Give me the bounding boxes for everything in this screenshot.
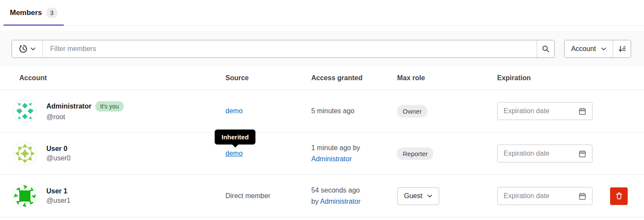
source-link[interactable]: demo bbox=[225, 150, 243, 157]
table-header: Account Source Access granted Max role E… bbox=[0, 66, 644, 90]
expiration-cell bbox=[497, 102, 613, 120]
access-granted-text: 5 minutes ago bbox=[311, 107, 355, 115]
tab-bar: Members 3 bbox=[0, 0, 644, 26]
calendar-icon bbox=[578, 150, 586, 158]
member-name-text: User 0 bbox=[46, 145, 67, 153]
actions-cell bbox=[613, 187, 644, 205]
tooltip-inherited: Inherited bbox=[215, 130, 255, 145]
access-granted-cell: 1 minute ago by Administrator bbox=[311, 142, 397, 165]
account-cell: User 1 @user1 bbox=[13, 184, 225, 208]
avatar[interactable] bbox=[13, 99, 37, 123]
chevron-down-icon bbox=[30, 47, 36, 51]
header-expiration: Expiration bbox=[497, 74, 644, 82]
member-username: @user1 bbox=[46, 197, 70, 205]
member-name[interactable]: Administrator It's you bbox=[46, 101, 124, 112]
member-info: User 1 @user1 bbox=[46, 187, 70, 205]
access-granted-by-link[interactable]: Administrator bbox=[311, 155, 352, 163]
source-cell: demo bbox=[225, 107, 311, 115]
member-name-text: Administrator bbox=[46, 102, 91, 110]
member-username: @root bbox=[46, 113, 124, 121]
header-account: Account bbox=[19, 74, 225, 82]
table-row: Inherited User 0 bbox=[0, 133, 644, 175]
expiration-date-input[interactable] bbox=[504, 107, 575, 115]
tab-members-label: Members bbox=[10, 9, 42, 17]
search-button[interactable] bbox=[537, 40, 554, 57]
expiration-cell bbox=[497, 145, 613, 163]
max-role-badge: Owner bbox=[397, 105, 427, 118]
table-row: User 1 @user1 Direct member 54 seconds a… bbox=[0, 175, 644, 217]
its-you-badge: It's you bbox=[95, 101, 124, 112]
search-icon bbox=[542, 45, 550, 53]
chevron-down-icon bbox=[601, 47, 606, 51]
history-icon bbox=[19, 45, 27, 53]
source-link[interactable]: demo bbox=[225, 107, 243, 115]
expiration-date-field[interactable] bbox=[497, 187, 592, 205]
source-cell: Direct member bbox=[225, 192, 311, 200]
sort-descending-icon bbox=[618, 45, 626, 53]
filter-search-group bbox=[12, 40, 555, 58]
member-username: @user0 bbox=[46, 154, 70, 162]
access-granted-by-prefix: by bbox=[311, 198, 319, 205]
avatar[interactable] bbox=[13, 184, 37, 208]
members-count-badge: 3 bbox=[46, 8, 58, 18]
access-granted-cell: 5 minutes ago bbox=[311, 105, 397, 117]
source-cell: demo bbox=[225, 150, 311, 157]
expiration-date-input[interactable] bbox=[504, 192, 575, 200]
access-granted-text: 1 minute ago by bbox=[311, 144, 360, 151]
max-role-dropdown[interactable]: Guest bbox=[397, 187, 439, 205]
max-role-cell: Owner bbox=[397, 105, 497, 118]
sort-direction-button[interactable] bbox=[613, 40, 631, 57]
header-source: Source bbox=[225, 74, 311, 82]
table-row: Administrator It's you @root demo 5 minu… bbox=[0, 90, 644, 133]
tooltip-text: Inherited bbox=[222, 133, 249, 141]
header-max-role: Max role bbox=[397, 74, 497, 82]
sort-group: Account bbox=[564, 40, 631, 58]
calendar-icon bbox=[578, 107, 586, 115]
chevron-down-icon bbox=[427, 194, 432, 198]
member-name-text: User 1 bbox=[46, 187, 67, 195]
member-name[interactable]: User 1 bbox=[46, 187, 70, 195]
member-info: User 0 @user0 bbox=[46, 145, 70, 162]
max-role-dropdown-label: Guest bbox=[404, 192, 422, 200]
max-role-badge: Reporter bbox=[397, 148, 433, 160]
max-role-cell: Guest bbox=[397, 187, 497, 205]
filter-members-input[interactable] bbox=[43, 40, 537, 57]
member-name[interactable]: User 0 bbox=[46, 145, 70, 153]
sort-field-label: Account bbox=[571, 45, 596, 53]
avatar[interactable] bbox=[13, 142, 37, 166]
filter-bar: Account bbox=[0, 31, 644, 66]
calendar-icon bbox=[578, 192, 586, 200]
delete-member-button[interactable] bbox=[610, 187, 628, 205]
header-access-granted: Access granted bbox=[311, 74, 397, 82]
trash-icon bbox=[615, 192, 623, 200]
account-cell: Administrator It's you @root bbox=[13, 99, 225, 123]
expiration-date-field[interactable] bbox=[497, 102, 592, 120]
tab-members[interactable]: Members 3 bbox=[3, 0, 64, 25]
max-role-cell: Reporter bbox=[397, 148, 497, 160]
access-granted-by-link[interactable]: Administrator bbox=[320, 198, 360, 205]
source-text: Direct member bbox=[225, 192, 270, 199]
expiration-cell bbox=[497, 187, 613, 205]
access-granted-text: 54 seconds ago bbox=[311, 187, 360, 194]
member-info: Administrator It's you @root bbox=[46, 101, 124, 121]
expiration-date-field[interactable] bbox=[497, 145, 592, 163]
account-cell: User 0 @user0 bbox=[13, 142, 225, 166]
access-granted-cell: 54 seconds ago by Administrator bbox=[311, 185, 397, 207]
expiration-date-input[interactable] bbox=[504, 150, 575, 157]
filter-history-button[interactable] bbox=[12, 40, 43, 57]
sort-field-button[interactable]: Account bbox=[565, 40, 613, 57]
